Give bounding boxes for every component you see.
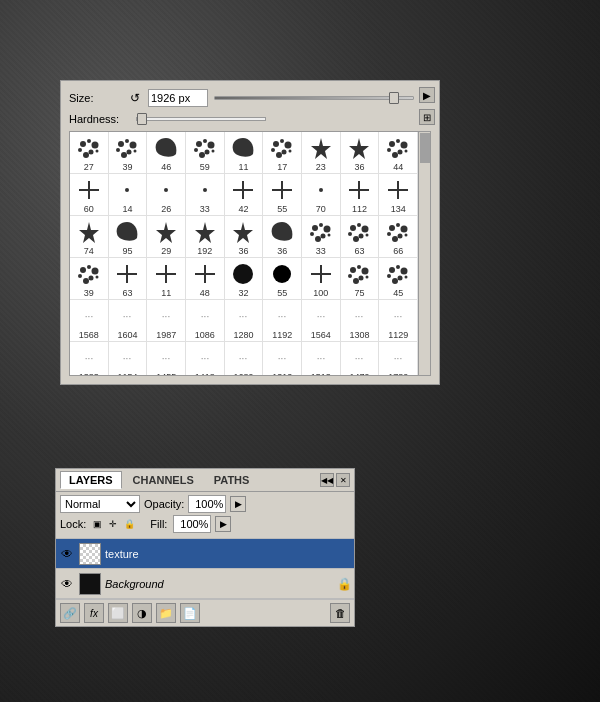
brush-cell-19[interactable]: 95	[109, 216, 148, 258]
tab-channels[interactable]: CHANNELS	[124, 471, 203, 489]
brush-cell-39[interactable]: ··· 1086	[186, 300, 225, 342]
brush-cell-21[interactable]: 192	[186, 216, 225, 258]
brush-cell-22[interactable]: 36	[225, 216, 264, 258]
lock-move-icon[interactable]: ✛	[106, 517, 120, 531]
brush-cell-29[interactable]: 11	[147, 258, 186, 300]
brush-cell-41[interactable]: ··· 1192	[263, 300, 302, 342]
brush-cell-47[interactable]: ··· 1455	[147, 342, 186, 376]
svg-point-98	[366, 276, 369, 279]
brush-cell-20[interactable]: 29	[147, 216, 186, 258]
lock-all-icon[interactable]: 🔒	[122, 517, 136, 531]
link-layers-button[interactable]: 🔗	[60, 603, 80, 623]
fill-input[interactable]	[173, 515, 211, 533]
brush-cell-50[interactable]: ··· 1312	[263, 342, 302, 376]
brush-num-53: 1780	[388, 373, 408, 376]
brush-cell-40[interactable]: ··· 1280	[225, 300, 264, 342]
new-folder-button[interactable]: 📁	[156, 603, 176, 623]
brush-cell-35[interactable]: 45	[379, 258, 418, 300]
panel-pin-button[interactable]: ⊞	[419, 109, 435, 125]
brush-cell-18[interactable]: 74	[70, 216, 109, 258]
brush-cell-26[interactable]: 66	[379, 216, 418, 258]
brush-cell-31[interactable]: 32	[225, 258, 264, 300]
brush-cell-1[interactable]: 39	[109, 132, 148, 174]
brush-cell-33[interactable]: 100	[302, 258, 341, 300]
brush-cell-30[interactable]: 48	[186, 258, 225, 300]
tab-layers[interactable]: LAYERS	[60, 471, 122, 489]
brush-grid-scrollbar-thumb[interactable]	[420, 133, 430, 163]
svg-point-59	[320, 234, 325, 239]
svg-point-67	[366, 234, 369, 237]
size-input[interactable]	[148, 89, 208, 107]
brush-cell-51[interactable]: ··· 1513	[302, 342, 341, 376]
brush-num-0: 27	[84, 163, 94, 172]
brush-cell-46[interactable]: ··· 1154	[109, 342, 148, 376]
brush-grid-scrollbar[interactable]	[418, 132, 430, 375]
layer-visibility-background[interactable]: 👁	[58, 575, 76, 593]
brush-cell-52[interactable]: ··· 1479	[341, 342, 380, 376]
close-button[interactable]: ✕	[336, 473, 350, 487]
layer-row-texture[interactable]: 👁 texture	[56, 539, 354, 569]
brush-cell-7[interactable]: 36	[341, 132, 380, 174]
hardness-slider-thumb[interactable]	[137, 113, 147, 125]
brush-cell-25[interactable]: 63	[341, 216, 380, 258]
brush-cell-53[interactable]: ··· 1780	[379, 342, 418, 376]
brush-cell-27[interactable]: 39	[70, 258, 109, 300]
brush-cell-2[interactable]: 46	[147, 132, 186, 174]
brush-cell-49[interactable]: ··· 1689	[225, 342, 264, 376]
layer-visibility-texture[interactable]: 👁	[58, 545, 76, 563]
adjustment-layer-button[interactable]: ◑	[132, 603, 152, 623]
brush-cell-37[interactable]: ··· 1604	[109, 300, 148, 342]
brush-cell-0[interactable]: 27	[70, 132, 109, 174]
brush-cell-13[interactable]: 42	[225, 174, 264, 216]
brush-cell-23[interactable]: 36	[263, 216, 302, 258]
opacity-input[interactable]	[188, 495, 226, 513]
brush-cell-34[interactable]: 75	[341, 258, 380, 300]
brush-cell-16[interactable]: 112	[341, 174, 380, 216]
brush-cell-9[interactable]: 60	[70, 174, 109, 216]
brush-cell-11[interactable]: 26	[147, 174, 186, 216]
brush-cell-14[interactable]: 55	[263, 174, 302, 216]
layer-thumb-background	[79, 573, 101, 595]
hardness-slider-track[interactable]	[136, 117, 266, 121]
brush-cell-15[interactable]: 70	[302, 174, 341, 216]
layer-lock-icon-background: 🔒	[337, 577, 352, 591]
tab-paths[interactable]: PATHS	[205, 471, 259, 489]
lock-pixels-icon[interactable]: ▣	[90, 517, 104, 531]
brush-num-43: 1308	[349, 331, 369, 340]
brush-cell-48[interactable]: ··· 1418	[186, 342, 225, 376]
brush-cell-32[interactable]: 55	[263, 258, 302, 300]
size-slider-track[interactable]	[214, 96, 414, 100]
brush-cell-38[interactable]: ··· 1987	[147, 300, 186, 342]
svg-point-79	[78, 274, 82, 278]
brush-cell-10[interactable]: 14	[109, 174, 148, 216]
size-slider-thumb[interactable]	[389, 92, 399, 104]
brush-cell-8[interactable]: 44	[379, 132, 418, 174]
brush-cell-36[interactable]: ··· 1568	[70, 300, 109, 342]
brush-cell-17[interactable]: 134	[379, 174, 418, 216]
new-layer-button[interactable]: 📄	[180, 603, 200, 623]
brush-cell-28[interactable]: 63	[109, 258, 148, 300]
brush-cell-12[interactable]: 33	[186, 174, 225, 216]
brush-cell-43[interactable]: ··· 1308	[341, 300, 380, 342]
opacity-arrow-button[interactable]: ▶	[230, 496, 246, 512]
panel-options-button[interactable]: ▶	[419, 87, 435, 103]
layer-row-background[interactable]: 👁 Background 🔒	[56, 569, 354, 599]
brush-cell-45[interactable]: ··· 1383	[70, 342, 109, 376]
brush-cell-24[interactable]: 33	[302, 216, 341, 258]
add-mask-button[interactable]: ⬜	[108, 603, 128, 623]
brush-cell-5[interactable]: 17	[263, 132, 302, 174]
brush-cell-4[interactable]: 11	[225, 132, 264, 174]
brush-cell-3[interactable]: 59	[186, 132, 225, 174]
refresh-icon[interactable]: ↺	[130, 91, 144, 105]
collapse-button[interactable]: ◀◀	[320, 473, 334, 487]
fill-arrow-button[interactable]: ▶	[215, 516, 231, 532]
brush-cell-6[interactable]: 23	[302, 132, 341, 174]
brush-cell-42[interactable]: ··· 1564	[302, 300, 341, 342]
brush-cell-44[interactable]: ··· 1129	[379, 300, 418, 342]
svg-marker-54	[233, 222, 253, 243]
size-label: Size:	[69, 92, 124, 104]
blend-mode-select[interactable]: Normal	[60, 495, 140, 513]
layer-effects-button[interactable]: fx	[84, 603, 104, 623]
brush-preview-22	[229, 218, 257, 246]
delete-layer-button[interactable]: 🗑	[330, 603, 350, 623]
